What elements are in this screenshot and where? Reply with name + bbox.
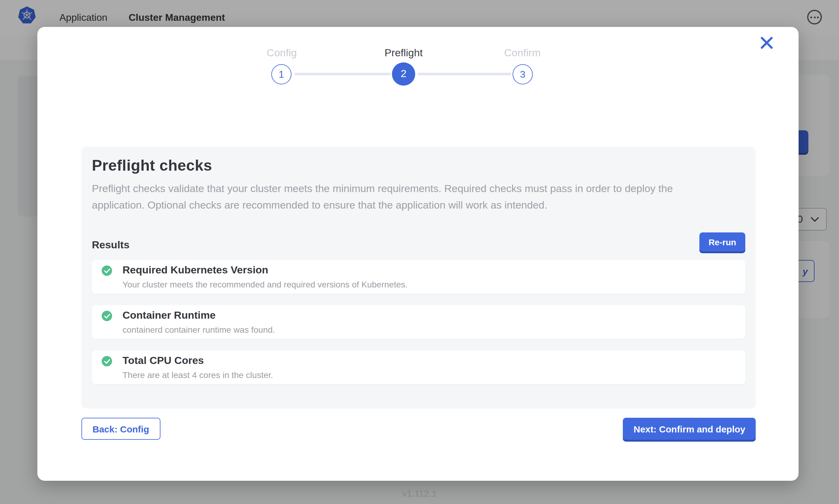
check-message: containerd container runtime was found. <box>122 325 275 335</box>
step-circle-config[interactable]: 1 <box>271 64 291 85</box>
check-card-kubernetes-version: Required Kubernetes Version Your cluster… <box>92 260 745 293</box>
next-confirm-deploy-button[interactable]: Next: Confirm and deploy <box>623 418 756 440</box>
preflight-modal: Config Preflight Confirm 1 2 3 Preflight… <box>37 27 799 481</box>
check-message: There are at least 4 cores in the cluste… <box>122 370 273 380</box>
step-label-preflight: Preflight <box>355 47 452 59</box>
modal-footer: Back: Config Next: Confirm and deploy <box>82 418 756 440</box>
check-card-container-runtime: Container Runtime containerd container r… <box>92 305 745 339</box>
wizard-stepper: Config Preflight Confirm 1 2 3 <box>37 27 799 106</box>
step-circle-confirm[interactable]: 3 <box>513 64 533 85</box>
panel-description: Preflight checks validate that your clus… <box>92 180 714 214</box>
check-message: Your cluster meets the recommended and r… <box>122 280 408 289</box>
step-connector <box>295 73 391 75</box>
check-title: Container Runtime <box>122 309 216 322</box>
step-connector <box>418 73 511 75</box>
check-card-total-cpu-cores: Total CPU Cores There are at least 4 cor… <box>92 350 745 384</box>
step-label-confirm: Confirm <box>474 47 571 59</box>
step-label-config: Config <box>233 47 331 59</box>
check-pass-icon <box>102 356 112 366</box>
check-pass-icon <box>102 266 112 276</box>
check-title: Total CPU Cores <box>122 355 204 367</box>
back-config-button[interactable]: Back: Config <box>82 418 160 440</box>
results-heading: Results <box>92 239 130 251</box>
step-circle-preflight[interactable]: 2 <box>392 62 415 86</box>
check-results-list: Required Kubernetes Version Your cluster… <box>92 260 745 384</box>
results-row: Results Re-run <box>92 232 745 251</box>
panel-title: Preflight checks <box>92 157 745 174</box>
check-pass-icon <box>102 311 112 321</box>
rerun-button[interactable]: Re-run <box>699 232 745 251</box>
preflight-panel: Preflight checks Preflight checks valida… <box>82 147 756 409</box>
check-title: Required Kubernetes Version <box>122 264 268 276</box>
screen: Application Cluster Management 0 y v1.11… <box>0 0 839 504</box>
